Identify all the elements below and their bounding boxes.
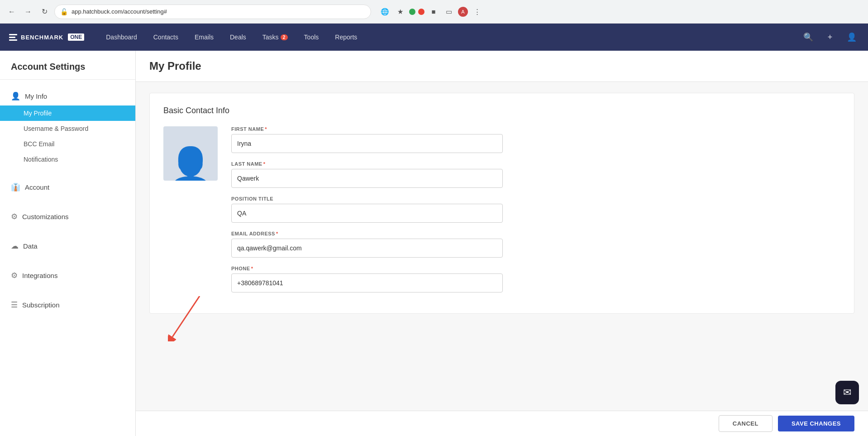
- sidebar-myinfo-label: My Info: [25, 92, 47, 100]
- security-icon: 🔓: [60, 8, 68, 15]
- nav-tasks-label: Tasks: [262, 34, 279, 41]
- user-button[interactable]: 👤: [844, 30, 859, 44]
- logo-one: ONE: [68, 34, 84, 41]
- sidebar-data-label: Data: [23, 242, 38, 250]
- action-bar: CANCEL SAVE CHANGES: [136, 411, 868, 436]
- logo-lines-icon: [9, 34, 17, 41]
- browser-actions: 🌐 ★ ■ ▭ A ⋮: [378, 5, 483, 18]
- email-input[interactable]: [231, 239, 503, 258]
- avatar-col: 👤: [163, 126, 218, 301]
- split-screen-icon[interactable]: ▭: [443, 5, 455, 18]
- sidebar-section-account-header[interactable]: 👔 Account: [0, 178, 135, 196]
- profile-form-layout: 👤: [163, 126, 840, 301]
- nav-deals[interactable]: Deals: [222, 24, 254, 51]
- briefcase-icon: 👔: [11, 182, 20, 192]
- svg-line-1: [172, 296, 200, 337]
- person-icon: 👤: [11, 91, 20, 101]
- nav-emails[interactable]: Emails: [186, 24, 222, 51]
- extension-green-icon: [409, 9, 415, 15]
- first-name-label: FIRST NAME*: [231, 126, 840, 132]
- first-name-input[interactable]: [231, 134, 503, 153]
- main-nav: Dashboard Contacts Emails Deals Tasks 2 …: [98, 24, 801, 51]
- sidebar-customizations-label: Customizations: [22, 213, 69, 220]
- upload-arrow-annotation: [168, 296, 204, 341]
- search-button[interactable]: 🔍: [801, 30, 816, 44]
- avatar-person-icon: 👤: [168, 148, 213, 181]
- logo-text: BENCHMARK: [21, 34, 63, 41]
- sidebar-section-customizations: ⚙ Customizations: [0, 200, 135, 230]
- sidebar-section-myinfo-header[interactable]: 👤 My Info: [0, 87, 135, 105]
- sidebar-section-subscription: ☰ Subscription: [0, 288, 135, 318]
- sidebar-section-subscription-header[interactable]: ☰ Subscription: [0, 296, 135, 314]
- sidebar-title: Account Settings: [0, 51, 135, 80]
- page-title: My Profile: [149, 60, 854, 72]
- page-header: My Profile: [136, 51, 868, 82]
- logo-mark: [9, 34, 17, 41]
- position-title-input[interactable]: [231, 204, 503, 223]
- sidebar-section-account: 👔 Account: [0, 171, 135, 200]
- browser-chrome: ← → ↻ 🔓 app.hatchbuck.com/account/settin…: [0, 0, 868, 24]
- sidebar: Account Settings 👤 My Info My Profile Us…: [0, 51, 136, 436]
- profile-avatar[interactable]: A: [458, 7, 468, 17]
- chat-button[interactable]: ✉: [835, 381, 859, 404]
- header-right: 🔍 + 👤: [801, 30, 859, 44]
- nav-tools[interactable]: Tools: [296, 24, 327, 51]
- cancel-button[interactable]: CANCEL: [719, 415, 773, 432]
- back-button[interactable]: ←: [5, 5, 18, 18]
- gear-icon: ⚙: [11, 271, 18, 280]
- save-button[interactable]: SAVE CHANGES: [778, 416, 854, 431]
- nav-reports[interactable]: Reports: [327, 24, 365, 51]
- sidebar-section-customizations-header[interactable]: ⚙ Customizations: [0, 207, 135, 226]
- extension-red-icon: [418, 9, 424, 15]
- phone-label: PHONE*: [231, 266, 840, 271]
- add-button[interactable]: +: [823, 30, 837, 44]
- first-name-group: FIRST NAME*: [231, 126, 840, 153]
- sidebar-item-myprofile[interactable]: My Profile: [0, 105, 135, 121]
- menu-icon[interactable]: ⋮: [471, 5, 483, 18]
- forward-button[interactable]: →: [22, 5, 34, 18]
- sidebar-item-bcc-email[interactable]: BCC Email: [0, 136, 135, 152]
- sidebar-section-myinfo: 👤 My Info My Profile Username & Password…: [0, 80, 135, 171]
- sidebar-section-data: ☁ Data: [0, 230, 135, 259]
- sliders-icon: ⚙: [11, 212, 18, 221]
- content-area: Basic Contact Info 👤: [136, 82, 868, 325]
- phone-input[interactable]: [231, 273, 503, 292]
- nav-contacts[interactable]: Contacts: [145, 24, 186, 51]
- cloud-icon: ☁: [11, 241, 19, 251]
- extension-icon[interactable]: ■: [427, 5, 440, 18]
- app-header: BENCHMARK ONE Dashboard Contacts Emails …: [0, 24, 868, 51]
- sidebar-account-label: Account: [25, 183, 49, 191]
- bookmark-icon[interactable]: ★: [394, 5, 406, 18]
- sidebar-section-integrations: ⚙ Integrations: [0, 259, 135, 288]
- email-label: EMAIL ADDRESS*: [231, 231, 840, 236]
- sidebar-subscription-label: Subscription: [22, 301, 60, 309]
- form-col: FIRST NAME* LAST NAME* POS: [231, 126, 840, 301]
- sidebar-item-notifications[interactable]: Notifications: [0, 152, 135, 167]
- last-name-label: LAST NAME*: [231, 161, 840, 167]
- position-title-label: POSITION TITLE: [231, 196, 840, 201]
- last-name-group: LAST NAME*: [231, 161, 840, 188]
- address-bar[interactable]: 🔓 app.hatchbuck.com/account/setting#: [54, 5, 371, 19]
- refresh-button[interactable]: ↻: [38, 5, 51, 18]
- email-group: EMAIL ADDRESS*: [231, 231, 840, 258]
- last-name-input[interactable]: [231, 169, 503, 188]
- sidebar-integrations-label: Integrations: [22, 272, 57, 279]
- sidebar-item-username-password[interactable]: Username & Password: [0, 121, 135, 136]
- position-title-group: POSITION TITLE: [231, 196, 840, 223]
- sidebar-myinfo-subitems: My Profile Username & Password BCC Email…: [0, 105, 135, 167]
- nav-tasks[interactable]: Tasks 2: [254, 24, 296, 51]
- main-content: My Profile Basic Contact Info 👤: [136, 51, 868, 436]
- tasks-badge: 2: [281, 34, 288, 40]
- avatar-placeholder[interactable]: 👤: [163, 126, 218, 181]
- chat-icon: ✉: [843, 387, 851, 398]
- logo[interactable]: BENCHMARK ONE: [9, 34, 84, 41]
- sidebar-section-integrations-header[interactable]: ⚙ Integrations: [0, 266, 135, 285]
- basic-contact-info-card: Basic Contact Info 👤: [149, 93, 854, 314]
- section-heading: Basic Contact Info: [163, 106, 840, 115]
- url-text: app.hatchbuck.com/account/setting#: [72, 8, 167, 15]
- sidebar-section-data-header[interactable]: ☁ Data: [0, 237, 135, 255]
- phone-group: PHONE*: [231, 266, 840, 292]
- main-layout: Account Settings 👤 My Info My Profile Us…: [0, 51, 868, 436]
- nav-dashboard[interactable]: Dashboard: [98, 24, 145, 51]
- translate-icon[interactable]: 🌐: [378, 5, 391, 18]
